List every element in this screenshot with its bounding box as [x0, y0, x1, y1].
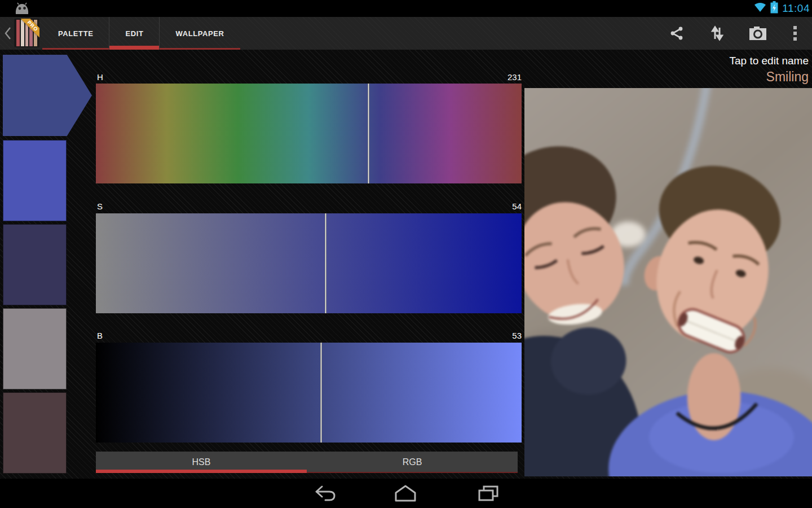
app-icon-stripe [16, 20, 20, 46]
brightness-slider-label: B [97, 331, 103, 340]
edit-name-hint[interactable]: Tap to edit name [730, 55, 809, 67]
brightness-slider-cursor[interactable] [320, 343, 322, 443]
share-icon [669, 26, 684, 41]
import-export-button[interactable] [697, 17, 738, 50]
overflow-menu-icon [793, 25, 797, 41]
saturation-slider-label: S [97, 202, 103, 211]
hue-slider-labels: H 231 [96, 72, 522, 84]
recents-button[interactable] [466, 479, 511, 508]
tab-edit-label: EDIT [125, 29, 143, 38]
action-bar: PRO PALETTE EDIT WALLPAPER [0, 17, 812, 50]
tab-edit[interactable]: EDIT [109, 17, 159, 50]
brightness-slider[interactable] [96, 343, 522, 443]
saturation-slider[interactable] [96, 213, 522, 313]
mode-option-rgb[interactable]: RGB [307, 452, 518, 473]
back-icon [315, 485, 336, 501]
up-navigation-chevron-icon[interactable] [4, 27, 11, 42]
saturation-slider-labels: S 54 [96, 202, 522, 213]
tab-bar: PALETTE EDIT WALLPAPER [42, 17, 240, 50]
tab-wallpaper[interactable]: WALLPAPER [159, 17, 240, 50]
tab-palette[interactable]: PALETTE [42, 17, 109, 50]
home-icon [394, 485, 417, 502]
action-bar-actions [656, 17, 812, 50]
color-mode-toggle: HSB RGB [96, 452, 518, 473]
app-icon[interactable]: PRO [14, 19, 39, 47]
saturation-slider-cursor[interactable] [325, 213, 326, 313]
tab-wallpaper-label: WALLPAPER [175, 29, 224, 38]
palette-swatch[interactable] [3, 140, 67, 221]
palette-name[interactable]: Smiling [766, 69, 809, 85]
camera-icon [749, 26, 767, 41]
status-bar: 11:04 [0, 0, 812, 17]
photo-preview[interactable] [524, 88, 812, 476]
hue-slider[interactable] [96, 84, 522, 183]
back-button[interactable] [303, 479, 348, 508]
recents-icon [478, 485, 499, 501]
palette-swatch[interactable] [3, 224, 67, 305]
tablet-screen: 11:04 PRO PALETTE EDIT WALLPAPER [0, 0, 812, 508]
home-button[interactable] [383, 479, 428, 508]
palette-swatch[interactable] [3, 308, 67, 389]
brightness-slider-value: 53 [512, 331, 522, 340]
camera-button[interactable] [738, 17, 778, 50]
android-robot-icon [14, 2, 30, 17]
hue-slider-value: 231 [508, 72, 522, 82]
clock: 11:04 [782, 2, 810, 15]
palette-swatch[interactable] [3, 392, 67, 474]
import-export-icon [710, 25, 725, 41]
app-icon-stripe [21, 20, 24, 46]
mode-option-rgb-label: RGB [403, 457, 422, 467]
mode-option-hsb-label: HSB [192, 457, 211, 467]
saturation-slider-value: 54 [512, 202, 522, 211]
share-button[interactable] [656, 17, 697, 50]
brightness-slider-labels: B 53 [96, 331, 522, 342]
mode-option-hsb[interactable]: HSB [96, 452, 307, 473]
battery-charging-icon [770, 1, 778, 16]
tab-palette-label: PALETTE [58, 29, 93, 38]
overflow-menu-button[interactable] [778, 17, 812, 50]
photo-two-smiling-men [524, 88, 812, 476]
system-nav-bar [0, 479, 812, 508]
hue-slider-cursor[interactable] [368, 84, 369, 183]
wifi-icon [754, 2, 766, 15]
hue-slider-label: H [97, 72, 103, 82]
